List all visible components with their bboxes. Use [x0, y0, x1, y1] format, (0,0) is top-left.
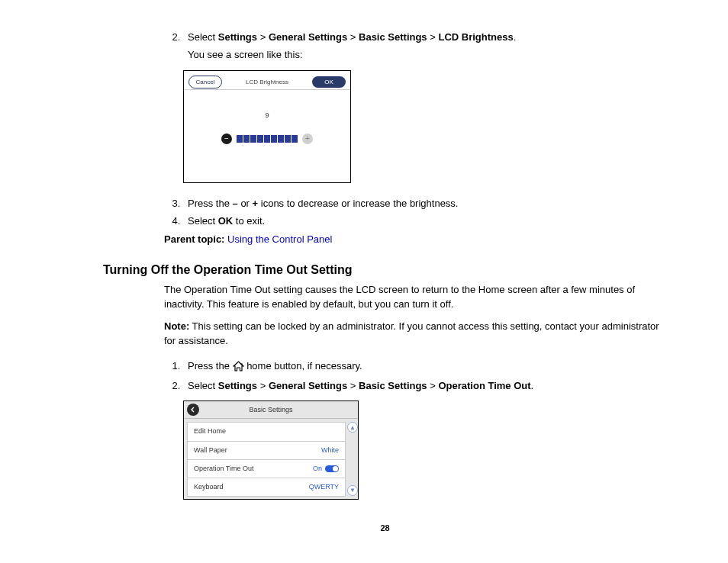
- minus-icon[interactable]: −: [221, 134, 232, 144]
- ok-button[interactable]: OK: [312, 76, 346, 88]
- scroll-down-icon[interactable]: ▼: [347, 485, 358, 496]
- lcd-title: LCD Brightness: [222, 78, 312, 87]
- step-2: Select Settings > General Settings > Bas…: [183, 31, 667, 63]
- list-item-keyboard[interactable]: Keyboard QWERTY: [187, 478, 346, 497]
- list-item-wall-paper[interactable]: Wall Paper White: [187, 441, 346, 460]
- brightness-value: 9: [184, 111, 350, 121]
- section-note: Note: This setting can be locked by an a…: [164, 320, 667, 349]
- list-item-edit-home[interactable]: Edit Home: [187, 422, 346, 441]
- step2-after: You see a screen like this:: [188, 48, 667, 63]
- list-item-operation-time-out[interactable]: Operation Time Out On: [187, 459, 346, 478]
- toggle-on-icon[interactable]: [325, 465, 339, 472]
- scroll-up-icon[interactable]: ▲: [347, 422, 358, 433]
- home-icon: [233, 361, 244, 376]
- item-value: On: [313, 464, 322, 474]
- section-heading: Turning Off the Operation Time Out Setti…: [103, 261, 667, 278]
- lcd-brightness-screenshot: Cancel LCD Brightness OK 9 − +: [183, 70, 667, 183]
- item-label: Edit Home: [194, 426, 226, 436]
- sec2-step-1: Press the home button, if necessary.: [183, 359, 667, 376]
- crumb-lcd: LCD Brightness: [438, 31, 513, 43]
- item-value: QWERTY: [309, 482, 339, 492]
- item-value: White: [321, 446, 339, 455]
- crumb-basic: Basic Settings: [359, 31, 427, 43]
- parent-topic: Parent topic: Using the Control Panel: [164, 233, 667, 247]
- basic-settings-title: Basic Settings: [204, 405, 338, 415]
- crumb-settings: Settings: [218, 31, 257, 43]
- item-label: Wall Paper: [194, 446, 227, 455]
- plus-icon[interactable]: +: [302, 134, 313, 144]
- step-4: Select OK to exit.: [183, 214, 667, 229]
- basic-settings-screenshot: Basic Settings Edit Home Wall Paper Whit…: [183, 401, 667, 499]
- item-label: Keyboard: [194, 482, 224, 492]
- back-icon[interactable]: [187, 404, 199, 416]
- crumb-general: General Settings: [269, 31, 347, 43]
- parent-topic-link[interactable]: Using the Control Panel: [227, 233, 332, 245]
- page-number: 28: [103, 523, 667, 535]
- item-label: Operation Time Out: [194, 464, 254, 474]
- section-intro: The Operation Time Out setting causes th…: [164, 283, 667, 312]
- cancel-button[interactable]: Cancel: [188, 76, 222, 89]
- brightness-bar: [237, 135, 298, 143]
- sec2-step-2: Select Settings > General Settings > Bas…: [183, 379, 667, 394]
- step-3: Press the – or + icons to decrease or in…: [183, 197, 667, 211]
- step2-prefix: Select: [188, 31, 218, 43]
